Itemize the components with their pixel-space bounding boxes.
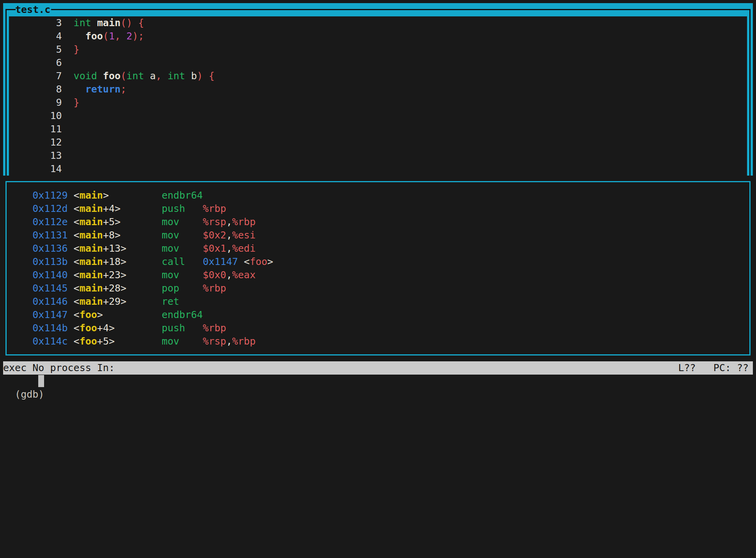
token: >: [103, 190, 109, 201]
token: <: [74, 229, 80, 241]
line-number: 6: [3, 56, 62, 69]
source-window-title: test.c: [15, 3, 50, 16]
token: <: [74, 322, 80, 334]
source-code-text: [62, 123, 74, 135]
token: }: [74, 44, 80, 55]
token: +28>: [103, 283, 126, 294]
token: +13>: [103, 243, 126, 254]
asm-symbol-label: <main+23>: [74, 268, 162, 282]
token: void: [74, 70, 103, 82]
border-corner-top-right: [749, 9, 751, 16]
asm-row: 0x114c<foo+5>mov%rsp,%rbp: [3, 335, 753, 348]
token: +29>: [103, 296, 126, 307]
token: main: [80, 296, 103, 307]
token: >: [97, 309, 103, 320]
source-line: 6: [3, 56, 753, 69]
asm-address: 0x112d: [32, 203, 67, 214]
token: main: [80, 203, 103, 214]
asm-operands: %rbp: [203, 203, 226, 214]
gdb-command-line[interactable]: (gdb): [3, 375, 753, 388]
asm-operands: $0x0,%eax: [203, 269, 256, 281]
source-code-text: [62, 137, 74, 148]
status-spacer: [115, 361, 678, 375]
token: $0x1: [203, 243, 226, 254]
token: [121, 30, 126, 42]
token: foo: [85, 30, 103, 42]
token: (: [121, 70, 126, 82]
asm-operands: %rsp,%rbp: [203, 336, 256, 347]
disassembly-view: 0x1129<main>endbr640x112d<main+4>push%rb…: [3, 189, 753, 348]
status-line-indicator: L??: [678, 362, 696, 373]
line-number: 5: [3, 43, 62, 56]
asm-address: 0x114c: [32, 336, 67, 347]
source-line: 5}: [3, 43, 753, 56]
token: ;: [121, 84, 126, 95]
token: foo: [103, 70, 121, 82]
asm-mnemonic: ret: [161, 295, 202, 308]
source-line: 3int main() {: [3, 16, 753, 30]
token: main: [80, 256, 103, 267]
token: $0x0: [203, 269, 226, 281]
asm-symbol-label: <main+28>: [74, 282, 162, 295]
asm-symbol-label: <main+13>: [74, 242, 162, 255]
token: }: [74, 97, 80, 108]
asm-row: 0x113b<main+18>call0x1147 <foo>: [3, 255, 753, 268]
token: {: [209, 70, 215, 82]
source-line: 7void foo(int a, int b) {: [3, 69, 753, 83]
token: %rsp: [203, 216, 226, 227]
line-number: 8: [3, 83, 62, 96]
token: ): [132, 30, 138, 42]
source-line: 8 return;: [3, 83, 753, 96]
asm-address: 0x112e: [32, 216, 67, 227]
token: ): [197, 70, 203, 82]
token: [161, 70, 167, 82]
asm-mnemonic: mov: [161, 268, 202, 282]
token: main: [80, 283, 103, 294]
token: foo: [80, 336, 97, 347]
asm-row: 0x1145<main+28>pop%rbp: [3, 282, 753, 295]
status-right-group: L??PC: ??: [678, 361, 753, 375]
token: main: [80, 243, 103, 254]
token: main: [80, 190, 103, 201]
asm-address: 0x1129: [32, 190, 67, 201]
asm-operands: 0x1147 <foo>: [203, 256, 273, 267]
token: %eax: [232, 269, 256, 281]
token: +8>: [103, 229, 121, 241]
token: [132, 17, 138, 28]
asm-row: 0x114b<foo+4>push%rbp: [3, 322, 753, 335]
token: return: [85, 84, 121, 95]
asm-symbol-label: <main+29>: [74, 295, 162, 308]
token: foo: [80, 309, 97, 320]
asm-symbol-label: <main+4>: [74, 202, 162, 215]
asm-operands: $0x1,%edi: [203, 243, 256, 254]
line-number: 3: [3, 16, 62, 30]
token: >: [267, 256, 273, 267]
asm-address: 0x1145: [32, 283, 67, 294]
asm-symbol-label: <foo+5>: [74, 335, 162, 348]
terminal-screen: { "colors": { "accent_cyan": "#14a8cc", …: [0, 0, 756, 558]
token: <: [74, 283, 80, 294]
line-number: 12: [3, 136, 62, 149]
token: +4>: [97, 322, 115, 334]
token: <: [74, 336, 80, 347]
token: ,: [115, 30, 121, 42]
asm-operands: %rbp: [203, 283, 226, 294]
token: 0x1147: [203, 256, 238, 267]
token: 2: [126, 30, 132, 42]
asm-symbol-label: <main+5>: [74, 215, 162, 229]
terminal-cursor[interactable]: [38, 375, 44, 387]
gdb-prompt: (gdb): [15, 389, 44, 400]
token: main: [80, 216, 103, 227]
border-line: [5, 9, 16, 10]
source-code-text: int main() {: [62, 17, 144, 28]
token: foo: [80, 322, 97, 334]
source-line: 9}: [3, 96, 753, 109]
token: [203, 70, 209, 82]
token: <: [74, 203, 80, 214]
asm-address: 0x114b: [32, 322, 67, 334]
token: <: [74, 216, 80, 227]
token: +23>: [103, 269, 126, 281]
asm-row: 0x112d<main+4>push%rbp: [3, 202, 753, 215]
asm-mnemonic: mov: [161, 242, 202, 255]
source-line: 10: [3, 109, 753, 123]
